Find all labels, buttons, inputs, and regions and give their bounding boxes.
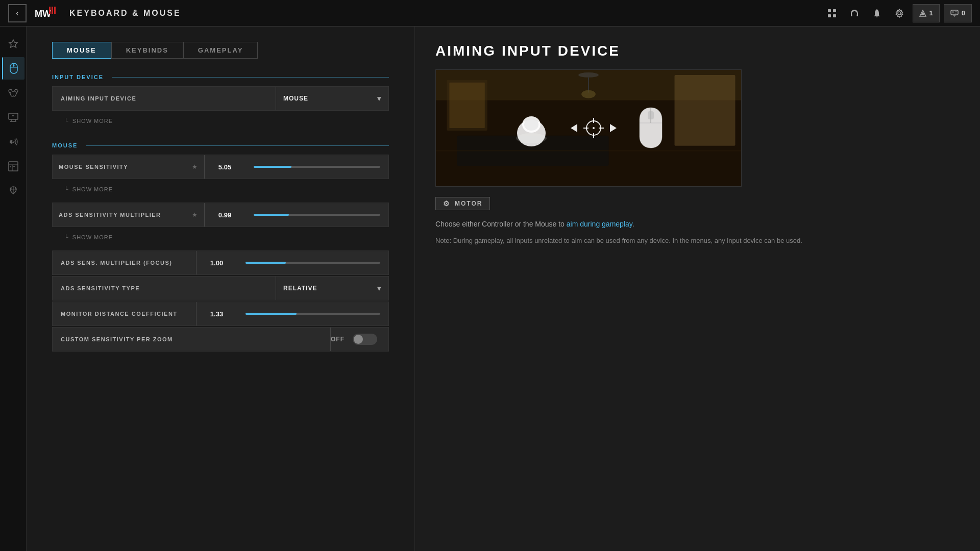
left-sidebar [0, 27, 27, 551]
preview-aim-icon [568, 113, 619, 143]
svg-rect-2 [49, 7, 51, 14]
interface-icon [8, 161, 18, 171]
mouse-sensitivity-value[interactable]: 5.05 [205, 163, 246, 171]
setting-row-mouse-sensitivity: MOUSE SENSITIVITY ★ 5.05 [52, 155, 389, 179]
preview-mouse-icon [635, 105, 666, 151]
sidebar-item-audio[interactable] [2, 131, 24, 153]
monitor-distance-coefficient-slider[interactable] [237, 313, 389, 315]
svg-rect-9 [851, 14, 852, 16]
svg-rect-7 [828, 14, 831, 17]
svg-rect-34 [10, 166, 11, 167]
page-title: KEYBOARD & MOUSE [69, 9, 181, 18]
bell-icon [873, 9, 881, 18]
tab-gameplay[interactable]: GAMEPLAY [183, 42, 258, 59]
ads-sensitivity-type-dropdown[interactable]: RELATIVE ▾ [276, 284, 388, 292]
svg-rect-3 [52, 7, 53, 14]
bell-icon-btn[interactable] [868, 4, 886, 22]
info-note: Note: During gameplay, all inputs unrela… [435, 236, 960, 246]
mouse-sensitivity-star[interactable]: ★ [186, 163, 204, 170]
svg-point-25 [16, 92, 17, 93]
mouse-preview-icon [635, 105, 666, 151]
setting-row-ads-sensitivity-type: ADS SENSITIVITY TYPE RELATIVE ▾ [52, 276, 389, 300]
setting-row-monitor-distance-coefficient: MONITOR DISTANCE COEFFICIENT 1.33 [52, 302, 389, 326]
motor-icon: ⚙ [443, 199, 451, 208]
ads-sensitivity-multiplier-value[interactable]: 0.99 [205, 211, 246, 219]
display-icon [8, 112, 18, 122]
aim-link[interactable]: aim during gameplay [567, 220, 632, 228]
setting-row-custom-sensitivity-per-zoom: CUSTOM SENSITIVITY PER ZOOM OFF [52, 327, 389, 352]
slider-track [246, 313, 381, 315]
dropdown-arrow-icon: ▾ [377, 284, 381, 292]
ads-sensitivity-multiplier-slider[interactable] [246, 214, 389, 216]
custom-sensitivity-toggle-area: OFF [331, 334, 388, 345]
svg-point-59 [593, 127, 595, 129]
content-area: MOUSE KEYBINDS GAMEPLAY INPUT DEVICE AIM… [27, 27, 980, 551]
mouse-section-header: MOUSE [52, 142, 389, 148]
ads-sens-multiplier-focus-slider[interactable] [237, 262, 389, 264]
mouse-sensitivity-slider[interactable] [246, 166, 389, 168]
aiming-input-device-label: AIMING INPUT DEVICE [53, 95, 276, 102]
settings-icon-btn[interactable] [890, 4, 909, 22]
headset-icon-btn[interactable] [845, 4, 864, 22]
show-more-ads-sensitivity[interactable]: └ SHOW MORE [52, 228, 389, 246]
social-icon [950, 10, 959, 17]
slider-fill [254, 166, 292, 168]
show-more-ads-sensitivity-label: SHOW MORE [72, 234, 113, 240]
sidebar-item-favorites[interactable] [2, 33, 24, 55]
main-layout: MOUSE KEYBINDS GAMEPLAY INPUT DEVICE AIM… [0, 27, 980, 551]
sidebar-item-network[interactable] [2, 180, 24, 202]
tab-mouse[interactable]: MOUSE [52, 42, 111, 59]
headset-icon [850, 9, 859, 18]
show-more-input-device[interactable]: └ SHOW MORE [52, 112, 389, 130]
dropdown-arrow-icon: ▾ [377, 94, 381, 103]
show-more-mouse-sensitivity-label: SHOW MORE [72, 186, 113, 192]
social-button[interactable]: 0 [944, 4, 972, 22]
info-description: Choose either Controller or the Mouse to… [435, 218, 960, 230]
svg-rect-4 [54, 7, 56, 14]
show-more-input-device-label: SHOW MORE [72, 118, 113, 124]
back-button[interactable]: ‹ [8, 4, 27, 22]
tab-keybinds[interactable]: KEYBINDS [111, 42, 183, 59]
ads-sens-multiplier-focus-value[interactable]: 1.00 [197, 259, 237, 267]
motor-badge[interactable]: ⚙ MOTOR [435, 197, 490, 210]
preview-icons-container [436, 70, 741, 186]
sidebar-item-interface[interactable] [2, 155, 24, 178]
svg-rect-8 [833, 14, 836, 17]
svg-marker-53 [610, 124, 617, 132]
audio-icon [9, 137, 18, 147]
star-icon [8, 39, 18, 49]
mouse-section-divider [86, 145, 389, 146]
monitor-distance-coefficient-value[interactable]: 1.33 [197, 310, 237, 318]
slider-fill [246, 313, 297, 315]
mw-logo-icon: MW [35, 6, 57, 21]
mouse-sensitivity-label: MOUSE SENSITIVITY [53, 164, 186, 170]
svg-rect-6 [833, 9, 836, 12]
custom-sensitivity-toggle[interactable] [353, 334, 377, 345]
tabs: MOUSE KEYBINDS GAMEPLAY [52, 42, 389, 59]
svg-rect-17 [955, 13, 957, 14]
svg-rect-5 [828, 9, 831, 12]
setting-row-aiming-input-device: AIMING INPUT DEVICE MOUSE ▾ [52, 86, 389, 111]
sidebar-item-mouse[interactable] [2, 57, 24, 80]
setting-row-ads-sensitivity-multiplier: ADS SENSITIVITY MULTIPLIER ★ 0.99 [52, 203, 389, 227]
gear-icon [895, 9, 904, 18]
svg-point-51 [524, 118, 538, 131]
monitor-distance-coefficient-label: MONITOR DISTANCE COEFFICIENT [53, 311, 196, 317]
svg-rect-15 [952, 11, 954, 13]
svg-marker-18 [9, 40, 17, 47]
ads-sensitivity-multiplier-star[interactable]: ★ [186, 211, 204, 218]
slider-fill [246, 262, 286, 264]
slider-track [254, 214, 381, 216]
svg-rect-30 [12, 115, 14, 116]
controller-preview-icon [511, 105, 552, 151]
rank-button[interactable]: 1 [913, 4, 940, 22]
aiming-input-device-dropdown[interactable]: MOUSE ▾ [276, 94, 388, 103]
sidebar-item-controller[interactable] [2, 82, 24, 104]
show-more-mouse-sensitivity[interactable]: └ SHOW MORE [52, 180, 389, 198]
aim-preview-icon [568, 113, 619, 143]
grid-icon-btn[interactable] [823, 4, 841, 22]
show-more-indent-icon: └ [64, 118, 68, 124]
svg-rect-35 [13, 166, 15, 167]
grid-icon [827, 9, 837, 18]
sidebar-item-graphics[interactable] [2, 106, 24, 129]
